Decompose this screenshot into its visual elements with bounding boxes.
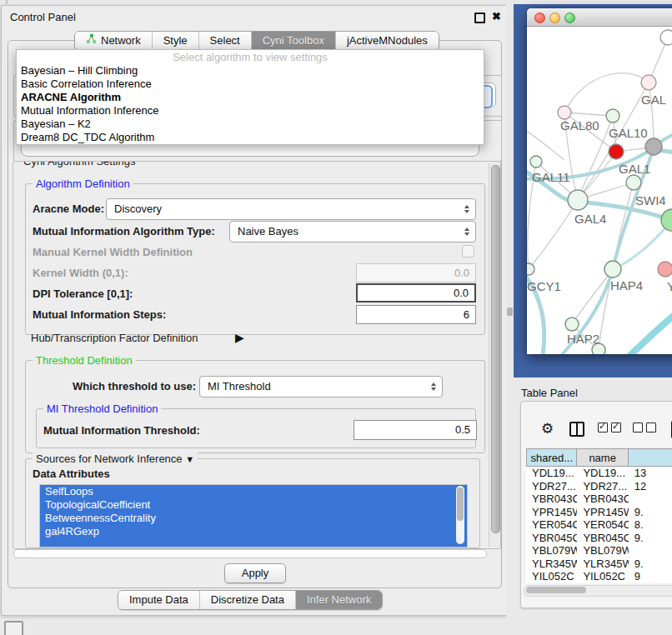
network-node-hap4[interactable] — [604, 261, 621, 278]
window-close-button[interactable] — [534, 12, 545, 23]
tab-discretize-data[interactable]: Discretize Data — [199, 591, 295, 609]
tab-select[interactable]: Select — [198, 32, 251, 50]
tab-cyni-toolbox[interactable]: Cyni Toolbox — [251, 32, 335, 50]
table-cell: YIL052C — [577, 570, 628, 583]
table-header-row: shared...name — [526, 448, 672, 467]
network-node-gcy1[interactable] — [527, 263, 534, 275]
attribute-item[interactable]: TopologicalCoefficient — [40, 498, 467, 512]
tab-infer-network[interactable]: Infer Network — [295, 591, 382, 609]
network-node-gal[interactable] — [641, 75, 656, 90]
network-desktop: GALGAL80GAL10GAL1GAL11GAL4SWI4HAP4YGCY1H… — [514, 4, 672, 378]
aracne-mode-label: Aracne Mode: — [33, 202, 104, 215]
tab-network[interactable]: Network — [75, 32, 152, 50]
mi-threshold-input[interactable]: 0.5 — [354, 420, 477, 440]
table-cell — [629, 544, 672, 558]
divider-handle[interactable] — [507, 308, 513, 316]
mi-type-combobox[interactable]: Naive Bayes — [229, 221, 476, 242]
table-cell: 9. — [629, 506, 672, 519]
table-cell: YLR345W — [526, 558, 577, 571]
hub-definition-label[interactable]: Hub/Transcription Factor Definition — [31, 332, 198, 344]
gear-icon[interactable]: ⚙ — [541, 420, 554, 438]
data-attributes-list[interactable]: SelfLoopsTopologicalCoefficientBetweenne… — [39, 484, 468, 548]
expand-right-icon[interactable]: ▶ — [235, 331, 244, 344]
network-edge — [529, 200, 578, 269]
attributes-scrollbar[interactable] — [456, 486, 464, 544]
network-node-y[interactable] — [658, 262, 672, 277]
aracne-mode-combobox[interactable]: Discovery — [106, 198, 476, 220]
tab-jactivemnodules[interactable]: jActiveMNodules — [335, 32, 439, 50]
table-row[interactable]: YBR045CYBR045C9. — [526, 532, 672, 545]
algorithm-option[interactable]: Bayesian – K2 — [17, 118, 484, 131]
network-node[interactable] — [645, 138, 662, 155]
table-cell — [629, 492, 672, 506]
float-window-icon[interactable] — [474, 12, 485, 23]
network-node-gal11[interactable] — [530, 156, 542, 168]
control-panel-tabbar: NetworkStyleSelectCyni ToolboxjActiveMNo… — [74, 31, 439, 51]
network-edge — [527, 127, 564, 160]
which-threshold-label: Which threshold to use: — [73, 380, 196, 392]
window-zoom-button[interactable] — [564, 12, 575, 23]
algorithm-dropdown-popup: Select algorithm to view settings Bayesi… — [16, 49, 484, 145]
algorithm-definition-group: Algorithm Definition Aracne Mode: Discov… — [25, 183, 485, 335]
table-cell: YIL052C — [526, 570, 577, 583]
network-node-swi4[interactable] — [661, 209, 672, 231]
apply-button[interactable]: Apply — [224, 563, 286, 583]
table-row[interactable]: YER054CYER054C8. — [526, 518, 672, 532]
table-header-cell[interactable] — [629, 448, 672, 467]
table-header-cell[interactable]: name — [577, 448, 628, 467]
mi-steps-label: Mutual Information Steps: — [33, 308, 166, 321]
algorithm-option[interactable]: Dream8 DC_TDC Algorithm — [17, 131, 484, 144]
network-node-gal4[interactable] — [568, 190, 588, 210]
kernel-width-input[interactable]: 0.0 — [356, 263, 476, 282]
settings-vertical-scrollbar[interactable] — [489, 163, 499, 547]
bottom-tabbar: Impute DataDiscretize DataInfer Network — [118, 590, 383, 610]
manual-kernel-checkbox[interactable] — [462, 245, 474, 258]
network-node-gal1[interactable] — [626, 175, 641, 190]
attribute-item[interactable]: SelfLoops — [40, 485, 467, 498]
kernel-width-label: Kernel Width (0,1): — [33, 267, 128, 279]
network-node[interactable] — [660, 30, 672, 45]
table-header-cell[interactable]: shared... — [526, 448, 577, 467]
tab-label: Impute Data — [129, 591, 188, 609]
table-row[interactable]: YDR27...YDR27...12 — [526, 480, 672, 493]
network-node-hap2[interactable] — [565, 318, 579, 331]
table-row[interactable]: YPR145WYPR145W9. — [526, 506, 672, 519]
select-all-columns-icon[interactable] — [598, 422, 621, 432]
table-row[interactable]: YBL079WYBL079W — [526, 544, 672, 558]
algorithm-option[interactable]: Bayesian – Hill Climbing — [17, 64, 484, 78]
settings-horizontal-scrollbar[interactable] — [13, 549, 487, 558]
table-row[interactable]: YDL19...YDL19...13 — [526, 467, 672, 480]
dpi-tolerance-input[interactable]: 0.0 — [356, 283, 476, 302]
table-row[interactable]: YIL052CYIL052C9 — [526, 570, 672, 583]
which-threshold-value: MI Threshold — [208, 380, 271, 392]
tab-impute-data[interactable]: Impute Data — [118, 591, 199, 609]
column-layout-icon[interactable] — [569, 422, 584, 437]
expand-down-icon[interactable]: ▼ — [185, 454, 194, 464]
mi-type-value: Naive Bayes — [238, 225, 298, 238]
window-minimize-button[interactable] — [549, 12, 560, 23]
table-horizontal-scrollbar[interactable] — [524, 585, 672, 597]
which-threshold-combobox[interactable]: MI Threshold — [199, 376, 443, 398]
tab-style[interactable]: Style — [152, 32, 198, 50]
algorithm-option[interactable]: Basic Correlation Inference — [17, 78, 484, 91]
network-canvas[interactable]: GALGAL80GAL10GAL1GAL11GAL4SWI4HAP4YGCY1H… — [527, 27, 672, 354]
deselect-all-columns-icon[interactable] — [633, 422, 656, 432]
algorithm-option[interactable]: Mutual Information Inference — [17, 104, 484, 118]
table-cell: YBR043C — [577, 492, 628, 506]
table-cell: YBR045C — [526, 532, 577, 545]
attribute-item[interactable]: BetweennessCentrality — [40, 512, 467, 525]
network-window-titlebar[interactable] — [527, 8, 672, 27]
network-node-gal80[interactable] — [558, 106, 571, 119]
table-cell: YER054C — [577, 518, 628, 532]
cyni-settings-group: Cyni Algorithm Settings Algorithm Defini… — [13, 161, 501, 549]
table-row[interactable]: YLR345WYLR345W9. — [526, 558, 672, 571]
collapsed-panel-button[interactable] — [4, 621, 23, 635]
network-node[interactable] — [609, 144, 624, 159]
mi-steps-input[interactable]: 6 — [356, 305, 476, 324]
table-cell: YPR145W — [577, 506, 628, 519]
algorithm-option[interactable]: ARACNE Algorithm — [17, 91, 484, 104]
table-row[interactable]: YBR043CYBR043C — [526, 492, 672, 506]
network-node-gal10[interactable] — [606, 109, 619, 122]
attribute-item[interactable]: gal4RGexp — [40, 525, 467, 538]
close-icon[interactable]: ✖ — [492, 10, 501, 22]
